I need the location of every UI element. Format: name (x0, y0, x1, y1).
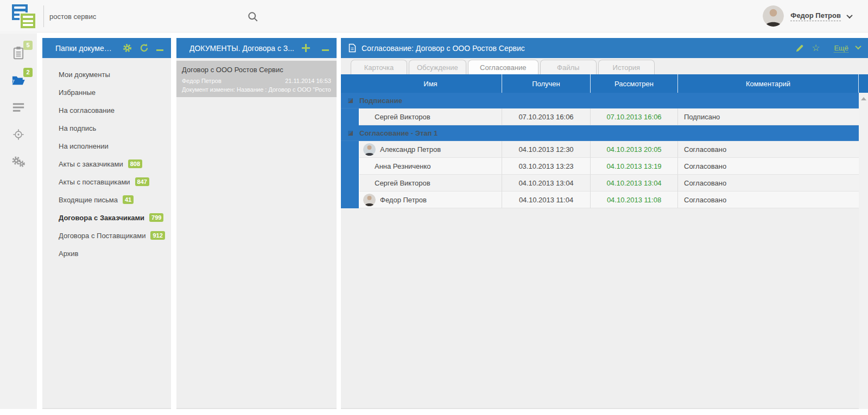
row-avatar (363, 143, 376, 156)
cell-comment: Согласовано (678, 158, 859, 175)
search-icon[interactable] (248, 11, 258, 22)
folder-item[interactable]: На согласование (42, 101, 171, 119)
folder-item[interactable]: Входящие письма41 (42, 191, 171, 209)
folder-count-badge: 799 (149, 213, 163, 222)
more-chevron-down-icon[interactable] (856, 47, 860, 49)
rail-item-registry[interactable] (9, 100, 28, 117)
approval-panel-header: Согласование: Договор с ООО Ростов Серви… (341, 38, 868, 58)
cell-received: 03.10.2013 13:23 (502, 158, 591, 175)
folders-minimize-button[interactable] (156, 45, 163, 51)
favorite-star-icon[interactable]: ☆ (812, 43, 820, 53)
cell-reviewed: 04.10.2013 11:08 (591, 191, 678, 208)
rail-item-navigation[interactable] (9, 127, 28, 144)
edit-pencil-icon[interactable] (795, 44, 804, 53)
rail-item-folders[interactable]: 2 (9, 73, 28, 90)
folder-item[interactable]: На исполнении (42, 137, 171, 155)
folder-item[interactable]: Договора с Поставщиками912 (42, 227, 171, 245)
column-header-name[interactable]: Имя (359, 74, 502, 93)
document-title: Договор с ООО Ростов Сервис (182, 66, 331, 74)
vertical-scrollbar[interactable] (859, 93, 868, 409)
column-header-expander (341, 74, 359, 93)
cell-reviewed: 04.10.2013 20:05 (591, 141, 678, 158)
folder-item-selected[interactable]: Договора с Заказчиками799 (42, 209, 171, 227)
app-logo-icon (12, 4, 37, 29)
search-input[interactable] (49, 12, 261, 21)
group-row-approval-stage-1[interactable]: Согласование - Этап 1 (341, 125, 859, 141)
cell-received: 04.10.2013 12:30 (502, 141, 591, 158)
documents-minimize-button[interactable] (322, 45, 329, 51)
refresh-icon[interactable] (140, 43, 149, 53)
rail-item-settings[interactable] (9, 155, 28, 171)
plus-icon (302, 44, 310, 52)
cell-comment: Подписано (678, 108, 859, 125)
cell-comment: Согласовано (678, 191, 859, 208)
column-header-reviewed[interactable]: Рассмотрен (591, 74, 678, 93)
cell-reviewed: 07.10.2013 16:06 (591, 108, 678, 125)
document-change-note: Документ изменен: Название : Договор с О… (182, 86, 331, 93)
cell-reviewed: 04.10.2013 13:04 (591, 175, 678, 191)
folder-item[interactable]: Акты с заказчиками808 (42, 155, 171, 173)
table-row[interactable]: Сергей Викторов 04.10.2013 13:04 04.10.2… (341, 175, 859, 191)
column-header-received[interactable]: Получен (502, 74, 591, 93)
folder-item[interactable]: Мои документы (42, 66, 171, 84)
add-document-button[interactable] (302, 44, 310, 52)
table-header: Имя Получен Рассмотрен Комментарий (341, 74, 868, 93)
search-bar (43, 5, 261, 27)
tab-discussion[interactable]: Обсуждение (409, 60, 466, 74)
tab-history[interactable]: История (598, 60, 655, 74)
table-body: Подписание Сергей Викторов 07.10.2013 16… (341, 93, 868, 208)
documents-panel-title: ДОКУМЕНТЫ. Договора с З... (189, 44, 294, 53)
documents-panel: ДОКУМЕНТЫ. Договора с З... Договор с ООО… (176, 38, 337, 409)
folder-open-icon (11, 75, 26, 88)
document-list-item-selected[interactable]: Договор с ООО Ростов Сервис Федор Петров… (176, 61, 337, 97)
group-row-signing[interactable]: Подписание (341, 93, 859, 108)
table-row[interactable]: Анна Резниченко 03.10.2013 13:23 04.10.2… (341, 158, 859, 175)
user-menu[interactable]: Федор Петров (763, 5, 852, 27)
cell-received: 04.10.2013 11:04 (502, 191, 591, 208)
folder-item[interactable]: На подпись (42, 119, 171, 137)
folder-item[interactable]: Акты с поставщиками847 (42, 173, 171, 191)
approval-panel-title: Согласование: Договор с ООО Ростов Серви… (362, 44, 788, 53)
folders-settings-gear-icon[interactable] (123, 43, 132, 53)
tab-bar: Карточка Обсуждение Согласование Файлы И… (341, 58, 868, 74)
folder-item[interactable]: Избранные (42, 84, 171, 101)
scroll-up-icon[interactable] (861, 97, 866, 100)
cell-comment: Согласовано (678, 175, 859, 191)
table-row[interactable]: Сергей Викторов 07.10.2013 16:06 07.10.2… (341, 108, 859, 125)
cell-name: Сергей Викторов (375, 113, 430, 121)
group-collapse-icon (348, 131, 353, 136)
folder-item[interactable]: Архив (42, 245, 171, 263)
folder-count-badge: 41 (123, 195, 134, 204)
user-name[interactable]: Федор Петров (790, 11, 841, 21)
user-chevron-down-icon[interactable] (846, 12, 852, 18)
approval-panel: Согласование: Договор с ООО Ростов Серви… (341, 38, 868, 409)
rail-item-tasks[interactable]: 5 (9, 46, 28, 62)
topbar: Федор Петров (0, 0, 868, 33)
table-row[interactable]: Александр Петров 04.10.2013 12:30 04.10.… (341, 141, 859, 158)
folder-count-badge: 808 (128, 159, 142, 168)
cell-name: Федор Петров (380, 196, 427, 204)
tab-files[interactable]: Файлы (540, 60, 597, 74)
group-label: Подписание (359, 97, 402, 105)
list-icon (12, 103, 25, 114)
more-button[interactable]: Ещё (834, 44, 848, 53)
column-header-comment[interactable]: Комментарий (678, 74, 859, 93)
tab-card[interactable]: Карточка (351, 60, 407, 74)
cell-name: Александр Петров (380, 145, 441, 154)
tab-approval[interactable]: Согласование (468, 60, 538, 74)
group-collapse-icon (348, 98, 353, 103)
documents-panel-header: ДОКУМЕНТЫ. Договора с З... (176, 38, 337, 58)
folder-count-badge: 847 (135, 177, 149, 186)
document-icon (349, 43, 356, 53)
group-label: Согласование - Этап 1 (359, 129, 438, 137)
table-row[interactable]: Федор Петров 04.10.2013 11:04 04.10.2013… (341, 191, 859, 208)
column-header-scroll-cap (859, 74, 868, 93)
folders-panel: Папки документов Мои документы Избранные… (42, 38, 171, 409)
cell-reviewed: 04.10.2013 13:19 (591, 158, 678, 175)
folder-list: Мои документы Избранные На согласование … (42, 58, 171, 263)
cell-comment: Согласовано (678, 141, 859, 158)
user-avatar[interactable] (763, 5, 784, 27)
document-date: 21.11.2014 16:53 (285, 78, 331, 84)
tasks-count-badge: 5 (23, 41, 33, 50)
cell-received: 04.10.2013 13:04 (502, 175, 591, 191)
